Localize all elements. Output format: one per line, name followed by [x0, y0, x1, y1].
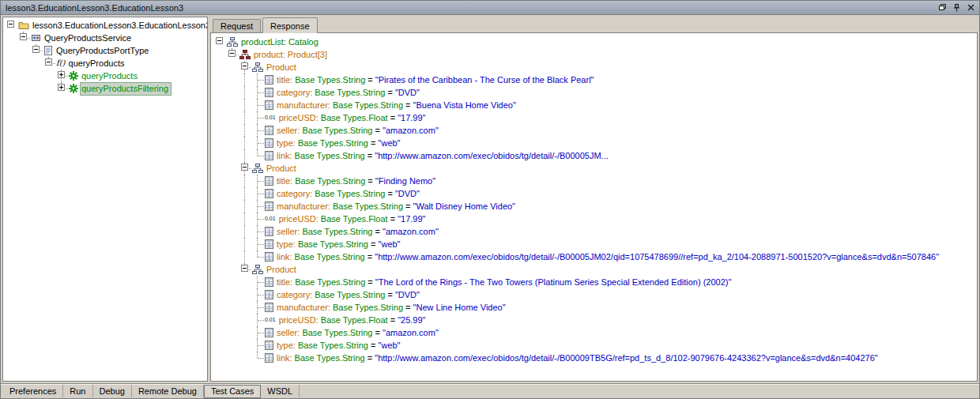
node-productlist[interactable]: productList: Catalog: [213, 36, 977, 48]
field-manufacturer[interactable]: manufacturer: Base Types.String = "Buena…: [213, 99, 977, 111]
field-seller[interactable]: seller: Base Types.String = "amazon.com": [213, 124, 977, 137]
label-part: productList: Catalog: [241, 37, 318, 47]
field-type[interactable]: type: Base Types.String = "web": [213, 137, 977, 149]
tree-item-queryproductsservice[interactable]: QueryProductsService: [5, 32, 207, 44]
field-category[interactable]: category: Base Types.String = "DVD": [213, 187, 977, 200]
tree-label: QueryProductsPortType: [55, 45, 151, 57]
field-title[interactable]: title: Base Types.String = "Finding Nemo…: [213, 175, 977, 187]
label-part: category:: [277, 189, 312, 198]
tree-connector: [226, 48, 239, 61]
label-part: Base Types.String: [330, 303, 403, 312]
label-part: =: [368, 239, 379, 249]
field-manufacturer[interactable]: manufacturer: Base Types.String = "New L…: [213, 301, 977, 314]
label-part: "http://www.amazon.com/exec/obidos/tg/de…: [375, 353, 877, 363]
tree-indent: [226, 200, 239, 213]
label-part: =: [385, 88, 395, 97]
tree-expander[interactable]: [241, 62, 248, 70]
field-seller[interactable]: seller: Base Types.String = "amazon.com": [213, 326, 977, 339]
tree-item-queryproductsfiltering[interactable]: queryProductsFiltering: [5, 82, 207, 95]
label-part: seller:: [277, 227, 300, 236]
tree-expander[interactable]: [45, 58, 52, 66]
tab-response[interactable]: Response: [262, 17, 318, 33]
label-part: title:: [277, 277, 292, 287]
label-part: manufacturer:: [277, 100, 330, 110]
label-part: "Buena Vista Home Video": [413, 100, 516, 110]
string-icon: [265, 73, 273, 86]
field-title[interactable]: title: Base Types.String = "The Lord of …: [213, 276, 977, 288]
tree-connector: [251, 301, 264, 314]
field-seller[interactable]: seller: Base Types.String = "amazon.com": [213, 225, 977, 238]
field-category[interactable]: category: Base Types.String = "DVD": [213, 288, 977, 301]
bottom-tab-remote-debug[interactable]: Remote Debug: [132, 385, 204, 397]
tree-expander[interactable]: [32, 46, 40, 53]
float-icon: 0.01: [265, 213, 276, 225]
node-product-3[interactable]: Product: [213, 263, 977, 276]
bottom-tab-preferences[interactable]: Preferences: [3, 385, 63, 397]
bottom-tab-run[interactable]: Run: [63, 385, 92, 397]
restore-button[interactable]: [936, 2, 948, 13]
label-part: Base Types.String: [312, 189, 385, 198]
field-link[interactable]: link: Base Types.String = "http://www.am…: [213, 149, 977, 162]
field-type[interactable]: type: Base Types.String = "web": [213, 339, 977, 352]
close-button[interactable]: [964, 2, 977, 13]
tree-connector: [251, 111, 264, 124]
window-title: lesson3.EducationLesson3.EducationLesson…: [6, 3, 934, 13]
label-part: Base Types.String: [292, 353, 365, 363]
tree-label: productList: Catalog: [240, 36, 321, 48]
node-product-1[interactable]: Product: [213, 61, 977, 73]
tree-indent: [226, 276, 239, 288]
field-priceUSD[interactable]: 0.01priceUSD: Base Types.Float = "17.99": [213, 111, 977, 124]
tree-expander[interactable]: [20, 33, 27, 40]
label-part: "web": [379, 341, 401, 350]
field-manufacturer[interactable]: manufacturer: Base Types.String = "Walt …: [213, 200, 977, 213]
field-priceUSD[interactable]: 0.01priceUSD: Base Types.Float = "25.99": [213, 314, 977, 326]
titlebar: lesson3.EducationLesson3.EducationLesson…: [1, 1, 979, 15]
tree-connector: [251, 250, 264, 263]
label-part: "http://www.amazon.com/exec/obidos/tg/de…: [375, 151, 609, 160]
field-title[interactable]: title: Base Types.String = "Pirates of t…: [213, 73, 977, 86]
label-part: priceUSD:: [279, 214, 318, 224]
tree-expander[interactable]: [58, 71, 65, 78]
label-part: Product: [266, 265, 296, 274]
tree-expander[interactable]: [228, 50, 236, 57]
node-product-2[interactable]: Product: [213, 162, 977, 175]
label-part: category:: [277, 290, 312, 299]
field-priceUSD[interactable]: 0.01priceUSD: Base Types.Float = "17.99": [213, 213, 977, 225]
tree-indent: [213, 162, 226, 175]
bottom-tab-debug[interactable]: Debug: [93, 385, 132, 397]
tree-expander[interactable]: [58, 84, 65, 91]
tree-item-lesson3-educationlesson3-educationlesson3[interactable]: lesson3.EducationLesson3.EducationLesson…: [5, 19, 207, 32]
label-part: manufacturer:: [277, 201, 330, 211]
string-icon: [265, 276, 273, 288]
label-part: link:: [277, 353, 292, 363]
tree-indent: [226, 225, 239, 238]
field-category[interactable]: category: Base Types.String = "DVD": [213, 86, 977, 99]
tree-indent: [239, 301, 251, 314]
pin-button[interactable]: [950, 2, 963, 13]
bottom-tab-test-cases[interactable]: Test Cases: [204, 385, 261, 398]
label-part: product: Product[3]: [254, 50, 327, 59]
bottom-tab-wsdl[interactable]: WSDL: [261, 385, 300, 397]
tree-expander[interactable]: [241, 265, 248, 272]
label-part: type:: [277, 341, 296, 350]
project-icon: [18, 19, 29, 32]
tree-item-queryproducts[interactable]: queryProducts: [5, 70, 207, 82]
tree-item-queryproductsporttype[interactable]: QueryProductsPortType: [5, 44, 207, 57]
tree-indent: [5, 44, 17, 57]
tree-expander[interactable]: [216, 37, 223, 44]
label-part: seller:: [277, 126, 300, 135]
tab-request[interactable]: Request: [213, 19, 261, 32]
tree-expander[interactable]: [7, 21, 14, 28]
label-part: "17.99": [398, 214, 425, 224]
tree-indent: [239, 339, 251, 352]
field-link[interactable]: link: Base Types.String = "http://www.am…: [213, 250, 977, 263]
node-product-array[interactable]: product: Product[3]: [213, 48, 977, 61]
tree-indent: [226, 149, 239, 162]
tree-connector: [17, 32, 30, 44]
tree-indent: [213, 238, 226, 250]
tree-item-queryproducts[interactable]: f()queryProducts: [5, 57, 207, 70]
field-type[interactable]: type: Base Types.String = "web": [213, 238, 977, 250]
tree-expander[interactable]: [241, 164, 248, 171]
tree-label: link: Base Types.String = "http://www.am…: [276, 352, 880, 364]
field-link[interactable]: link: Base Types.String = "http://www.am…: [213, 352, 977, 364]
